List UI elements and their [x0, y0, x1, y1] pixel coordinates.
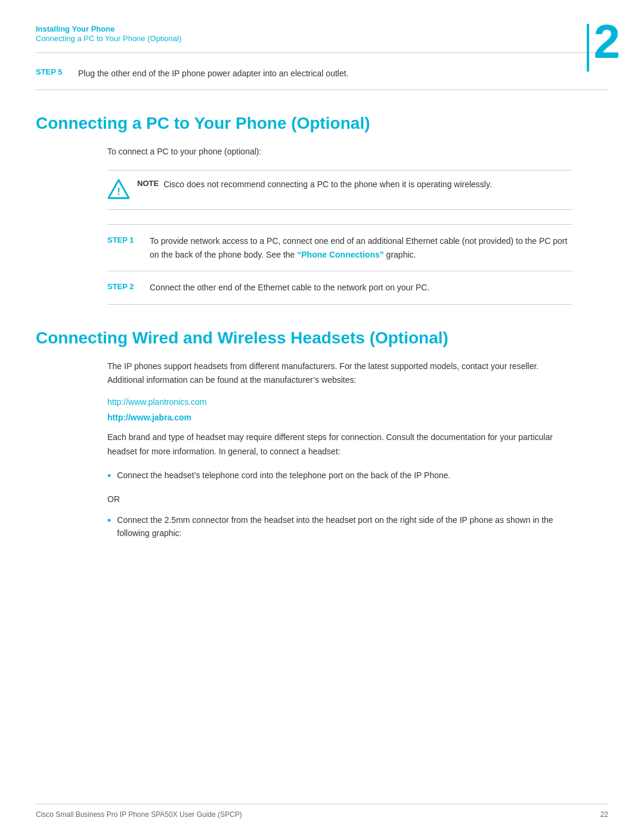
steps-block: STEP 1 To provide network access to a PC…	[107, 224, 572, 304]
step5-text: Plug the other end of the IP phone power…	[78, 67, 349, 80]
footer-page: 22	[600, 810, 608, 819]
step2-row: STEP 2 Connect the other end of the Ethe…	[107, 271, 572, 304]
step2-text: Connect the other end of the Ethernet ca…	[150, 281, 429, 294]
section1-intro: To connect a PC to your phone (optional)…	[107, 145, 572, 158]
bullet-text-2: Connect the 2.5mm connector from the hea…	[117, 513, 572, 540]
step1-label: STEP 1	[107, 236, 140, 244]
section1-heading: Connecting a PC to Your Phone (Optional)	[36, 114, 608, 133]
note-text: Cisco does not recommend connecting a PC…	[163, 178, 492, 191]
section2-content: The IP phones support headsets from diff…	[107, 360, 572, 540]
bullet-item-1: • Connect the headset’s telephone cord i…	[107, 469, 572, 485]
svg-text:!: !	[117, 186, 120, 197]
footer-text: Cisco Small Business Pro IP Phone SPA50X…	[36, 810, 242, 819]
bullet-list-2: • Connect the 2.5mm connector from the h…	[107, 513, 572, 540]
section2-body: Each brand and type of headset may requi…	[107, 431, 572, 459]
bullet-list: • Connect the headset’s telephone cord i…	[107, 469, 572, 485]
bullet-dot-1: •	[107, 467, 111, 485]
plantronics-link[interactable]: http://www.plantronics.com	[107, 397, 572, 407]
bullet-dot-2: •	[107, 512, 111, 529]
section2-heading: Connecting Wired and Wireless Headsets (…	[36, 329, 608, 348]
bullet-text-1: Connect the headset’s telephone cord int…	[117, 469, 450, 482]
note-content: NOTE Cisco does not recommend connecting…	[137, 178, 572, 191]
note-box: ! NOTE Cisco does not recommend connecti…	[107, 170, 572, 210]
step1-row: STEP 1 To provide network access to a PC…	[107, 225, 572, 271]
step2-label: STEP 2	[107, 282, 140, 291]
step1-text: To provide network access to a PC, conne…	[150, 234, 572, 261]
bullet-item-2: • Connect the 2.5mm connector from the h…	[107, 513, 572, 540]
note-label: NOTE	[137, 179, 159, 188]
phone-connections-link[interactable]: “Phone Connections”	[297, 250, 383, 259]
main-content: STEP 5 Plug the other end of the IP phon…	[0, 53, 644, 540]
chapter-number-bar: 2	[587, 18, 621, 72]
jabra-link[interactable]: http://www.jabra.com	[107, 413, 572, 422]
note-icon-wrapper: !	[107, 178, 130, 202]
chapter-title: Installing Your Phone	[36, 24, 114, 33]
chapter-number: 2	[594, 18, 621, 66]
header: Installing Your Phone Connecting a PC to…	[0, 0, 644, 43]
step5-label: STEP 5	[36, 67, 69, 76]
section-title: Connecting a PC to Your Phone (Optional)	[36, 34, 181, 43]
breadcrumb: Installing Your Phone Connecting a PC to…	[36, 24, 608, 43]
step5-divider	[36, 89, 608, 90]
footer: Cisco Small Business Pro IP Phone SPA50X…	[36, 804, 608, 819]
page-container: Installing Your Phone Connecting a PC to…	[0, 0, 644, 833]
warning-icon: !	[107, 178, 130, 200]
section1-content: To connect a PC to your phone (optional)…	[107, 145, 572, 305]
step5-area: STEP 5 Plug the other end of the IP phon…	[36, 53, 608, 89]
step1-text-after: graphic.	[384, 250, 416, 259]
chapter-bar-decoration	[587, 24, 589, 72]
section2-intro: The IP phones support headsets from diff…	[107, 360, 572, 388]
or-text: OR	[107, 494, 572, 504]
